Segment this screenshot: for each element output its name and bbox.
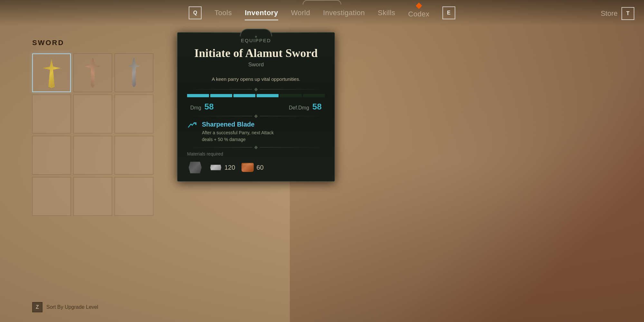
- inventory-slot-10[interactable]: [32, 177, 71, 216]
- ability-text: Sharpened Blade After a successful Parry…: [202, 121, 274, 143]
- def-dmg-value: 58: [312, 102, 322, 112]
- materials-section: Materials required 120 60: [187, 151, 325, 175]
- tab-skills[interactable]: Skills: [378, 7, 395, 18]
- progress-seg-5: [280, 94, 302, 97]
- diamond-ornament-2: [254, 114, 258, 118]
- def-dmg-label: Def.Dmg: [289, 105, 309, 111]
- progress-seg-2: [210, 94, 232, 97]
- item-detail-panel: Equipped Initiate of Alamut Sword Sword …: [177, 32, 335, 182]
- material-item-iron: 120: [210, 163, 235, 172]
- tab-investigation[interactable]: Investigation: [323, 7, 365, 18]
- inventory-slot-2[interactable]: [73, 53, 112, 92]
- stats-bar-container: Dmg 58 Def.Dmg 58: [187, 94, 325, 112]
- progress-bar-track: [187, 94, 325, 97]
- material-item-leather: 60: [242, 163, 263, 172]
- equipped-label: Equipped: [184, 38, 328, 43]
- materials-row: 120 60: [187, 160, 325, 175]
- panel-arch: [240, 29, 272, 36]
- item-name: Initiate of Alamut Sword: [184, 46, 328, 60]
- ability-row: Sharpened Blade After a successful Parry…: [187, 121, 325, 143]
- progress-seg-6: [303, 94, 325, 97]
- tab-inventory[interactable]: Inventory: [245, 7, 278, 18]
- store-key-button[interactable]: T: [621, 7, 634, 20]
- inventory-grid: [32, 53, 167, 216]
- sort-label: Sort By Upgrade Level: [46, 304, 98, 310]
- item-type: Sword: [184, 62, 328, 68]
- iron-icon: [210, 163, 222, 172]
- divider-1: [187, 88, 325, 91]
- notification-diamond: [416, 3, 422, 9]
- section-title: SWORD: [32, 39, 167, 47]
- inventory-slot-7[interactable]: [32, 136, 71, 175]
- inventory-slot-12[interactable]: [115, 177, 153, 216]
- def-dmg-stat: Def.Dmg 58: [289, 102, 322, 112]
- ability-description: After a successful Parry, next Attackdea…: [202, 129, 274, 143]
- stats-row: Dmg 58 Def.Dmg 58: [187, 102, 325, 112]
- nav-items-container: Q Tools Inventory World Investigation Sk…: [189, 6, 455, 20]
- ability-section: Sharpened Blade After a successful Parry…: [187, 121, 325, 143]
- diamond-ornament-1: [254, 88, 258, 91]
- tab-codex-wrapper: Codex: [408, 6, 430, 20]
- store-label[interactable]: Store: [601, 9, 618, 18]
- inventory-slot-5[interactable]: [73, 95, 112, 133]
- inventory-slot-8[interactable]: [73, 136, 112, 175]
- inventory-slot-3[interactable]: [115, 53, 153, 92]
- sort-key-box: Z: [32, 302, 43, 312]
- divider-3: [187, 146, 325, 149]
- progress-seg-3: [233, 94, 255, 97]
- sort-hint: Z Sort By Upgrade Level: [32, 302, 98, 312]
- divider-2: [187, 115, 325, 118]
- store-area: Store T: [601, 7, 634, 20]
- diamond-ornament-3: [254, 146, 258, 149]
- tab-investigation-wrapper: Investigation: [323, 7, 365, 18]
- ability-name: Sharpened Blade: [202, 121, 274, 128]
- materials-label: Materials required: [187, 151, 325, 156]
- leather-count: 60: [256, 164, 263, 171]
- inventory-slot-9[interactable]: [115, 136, 153, 175]
- nav-q-button[interactable]: Q: [189, 6, 202, 19]
- tab-codex[interactable]: Codex: [408, 9, 430, 20]
- nav-e-button[interactable]: E: [442, 6, 455, 19]
- material-icon-placeholder: [187, 160, 203, 175]
- inventory-slot-11[interactable]: [73, 177, 112, 216]
- dmg-stat: Dmg 58: [190, 102, 214, 112]
- panel-header: Equipped Initiate of Alamut Sword Sword: [177, 33, 335, 71]
- sword-icon-3: [118, 57, 150, 89]
- tab-world[interactable]: World: [291, 7, 310, 18]
- top-navigation: Q Tools Inventory World Investigation Sk…: [0, 0, 644, 26]
- iron-count: 120: [224, 164, 235, 171]
- progress-seg-1: [187, 94, 209, 97]
- sword-icon-2: [77, 57, 109, 89]
- tab-tools[interactable]: Tools: [214, 7, 232, 18]
- sword-icon-1: [36, 57, 67, 88]
- inventory-slot-6[interactable]: [115, 95, 153, 133]
- inventory-slot-4[interactable]: [32, 95, 71, 133]
- item-description: A keen parry opens up vital opportunitie…: [187, 76, 325, 83]
- inventory-slot-1[interactable]: [32, 53, 71, 92]
- dmg-value: 58: [204, 102, 214, 112]
- leather-icon: [242, 163, 254, 172]
- ability-icon: [187, 121, 197, 129]
- dmg-label: Dmg: [190, 105, 201, 111]
- sword-inventory-panel: SWORD: [32, 39, 167, 216]
- progress-seg-4: [257, 94, 279, 97]
- nav-arch-decoration: [303, 0, 341, 5]
